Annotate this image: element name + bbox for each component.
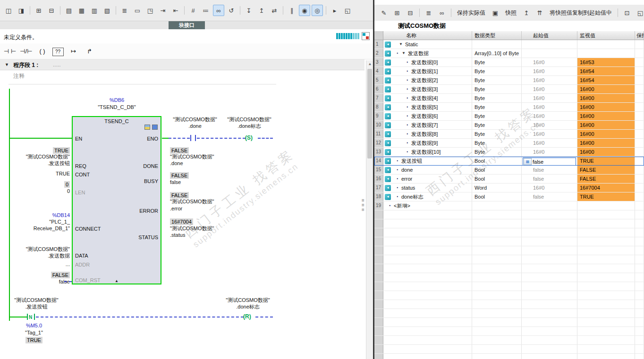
maximize-editor-icon[interactable]: ◱ [342,5,353,16]
n2-coil-operand-line1[interactable]: "测试COSMO数据" [222,297,274,303]
assignment-icon[interactable]: ≔ [200,5,212,16]
open-branch-button[interactable]: ↦ [68,46,80,57]
start-value-cell[interactable]: 16#0 [522,130,577,138]
download-icon[interactable]: ↧ [243,5,254,16]
network-comment[interactable]: 注释 [13,72,25,80]
status-operand-line1[interactable]: "测试COSMO数据" [170,225,253,232]
expand-window-icon[interactable]: ◱ [635,7,644,18]
start-value-cell[interactable]: 16#0 [522,85,577,93]
block-collapse-icon[interactable]: ▲ [73,279,161,283]
cont-operand[interactable]: TRUE [4,171,70,177]
set-coil-operand-line2[interactable]: .done标志 [226,123,273,129]
n2-coil-operand-line2[interactable]: .done标志 [222,304,274,310]
add-block-icon[interactable]: ▦ [76,5,87,16]
branch-contact-operand-line1[interactable]: "测试COSMO数据" [172,117,218,123]
start-value-cell[interactable]: 16#0 [522,58,577,67]
nc-contact-button[interactable]: ⊣/⊢ [20,46,32,57]
monitoring-glasses-icon[interactable]: ∞ [213,5,224,16]
table-row[interactable]: 12▪发送数据[9]Byte16#016#00 [374,139,644,148]
copy-snapshot-icon[interactable]: ↥ [521,7,532,18]
delete-row-icon[interactable]: ⊟ [405,7,416,18]
insert-network-icon[interactable]: ⊞ [33,5,44,16]
addr-operand[interactable]: ... [4,261,70,267]
table-row[interactable]: 5▪发送数据[2]Byte16#016#54 [374,76,644,85]
snapshot-button[interactable]: 快照 [503,8,519,18]
n-contact-icon[interactable] [34,314,35,320]
req-operand-line2[interactable]: .发送按钮 [4,160,70,167]
keep-actual-values-button[interactable]: 保持实际值 [455,8,488,18]
connect-db-number[interactable]: %DB14 [4,212,70,218]
done-operand-line2[interactable]: .done [170,160,253,167]
start-value-cell[interactable]: ▦false [522,157,577,165]
empty-box-button[interactable]: ?? [52,48,64,56]
start-value-cell[interactable]: 16#0 [522,94,577,102]
header-start-value[interactable]: 起始值 [522,31,577,40]
start-value-cell[interactable]: 16#0 [522,121,577,129]
done-operand-line1[interactable]: "测试COSMO数据" [170,154,253,160]
start-value-cell[interactable]: 16#0 [522,184,577,192]
data-operand-line1[interactable]: "测试COSMO数据" [4,246,70,252]
busy-operand[interactable]: false [170,179,253,185]
scroll-up-icon[interactable]: ▲ [366,60,373,67]
instance-db-name[interactable]: "TSEND_C_DB" [90,104,144,110]
start-value-cell[interactable]: false [522,166,577,174]
n-contact-icon[interactable] [27,314,28,320]
close-branch-icon[interactable]: ⇤ [170,5,181,16]
network-collapse-icon[interactable]: ▼ [5,62,9,67]
start-value-cell[interactable]: 16#0 [522,148,577,156]
absolute-symbolic-toggle-icon[interactable]: ≣ [119,5,130,16]
start-value-cell[interactable]: 16#0 [522,103,577,111]
empty-box-icon[interactable]: ▭ [132,5,143,16]
header-datatype[interactable]: 数据类型 [472,31,522,40]
expander-icon[interactable]: ▼ [400,49,407,58]
close-branch-button[interactable]: ↱ [84,46,96,57]
connect-operand-line2[interactable]: Receive_DB_1" [4,225,70,232]
reset-coil-icon[interactable]: (R) [243,313,251,320]
copy-snapshot-to-start-values-button[interactable]: 将快照值复制到起始值中 [547,8,614,18]
expander-icon[interactable]: ▼ [398,40,404,49]
start-value-cell[interactable] [522,49,577,58]
start-value-cell[interactable] [522,40,577,49]
table-row[interactable]: 15▪doneBoolfalseFALSE [374,166,644,175]
vertical-scrollbar[interactable]: ▲ [366,60,373,359]
table-row[interactable]: 2▪▼发送数据Array[0..10] of Byte [374,49,644,58]
start-value-editor[interactable]: ▦false [523,158,576,165]
table-row[interactable]: 19▪<新增> [374,201,644,210]
start-value-cell[interactable]: 16#0 [522,76,577,84]
start-value-cell[interactable]: false [522,175,577,183]
start-value-cell[interactable]: false [522,192,577,201]
table-row[interactable]: 18▪done标志BoolfalseTRUE [374,192,644,201]
start-value-cell[interactable] [522,201,577,210]
start-value-cell[interactable]: 16#0 [522,67,577,75]
monitor-all-icon[interactable]: ∞ [436,7,448,18]
modify-value-icon[interactable]: ✎ [378,7,390,18]
no-contact-button[interactable]: ⊣ ⊢ [4,46,16,57]
pause-icon[interactable]: ∥ [286,5,297,16]
header-retain[interactable]: 保持 [635,31,644,40]
scrollbar-thumb[interactable] [367,69,372,159]
edge-db-number[interactable]: %M5.0 [16,323,52,329]
table-row[interactable]: 4▪发送数据[1]Byte16#016#54 [374,67,644,76]
set-coil-icon[interactable]: (S) [245,134,253,141]
open-branch-icon[interactable]: ⇥ [157,5,169,16]
overflow-chevron-icon[interactable]: ▸ [329,5,340,16]
refresh-monitor-icon[interactable]: ↺ [226,5,237,16]
table-row[interactable]: 10▪发送数据[7]Byte16#016#00 [374,121,644,130]
tsend-c-block[interactable]: TSEND_C EN REQ CONT LEN CONNECT DATA ADD… [72,116,161,284]
done-contact-icon[interactable] [190,135,191,141]
table-row[interactable]: 14▪发送按钮Bool▦falseTRUE [374,157,644,166]
breakpoint-icon[interactable]: ◉ [299,5,310,16]
req-operand-line1[interactable]: "测试COSMO数据" [4,154,70,160]
table-row[interactable]: 17▪statusWord16#016#7004 [374,184,644,192]
header-monitor-value[interactable]: 监视值 [577,31,635,40]
set-coil-operand-line1[interactable]: "测试COSMO数据" [226,117,273,123]
comment-box-icon[interactable]: ◳ [144,5,156,16]
table-row[interactable]: 6▪发送数据[3]Byte16#016#00 [374,85,644,94]
start-value-cell[interactable]: 16#0 [522,112,577,120]
header-name[interactable]: 名称 [383,31,472,40]
table-row[interactable]: 3▪发送数据[0]Byte16#016#53 [374,58,644,67]
n2-contact-operand-line1[interactable]: "测试COSMO数据" [8,297,64,303]
delete-network-icon[interactable]: ⊟ [46,5,57,16]
status-operand-line2[interactable]: .status [170,232,253,238]
table-row[interactable]: 8▪发送数据[5]Byte16#016#00 [374,103,644,112]
